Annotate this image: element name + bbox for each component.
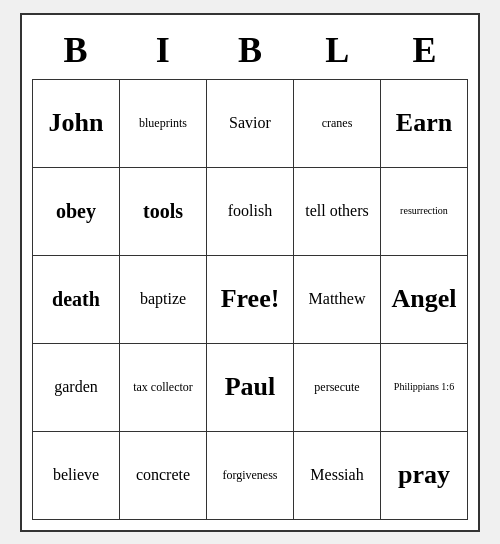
bingo-cell-3-2: Paul [207, 344, 294, 432]
cell-text-1-1: tools [143, 199, 183, 223]
header-letter-L-3: L [294, 25, 381, 75]
cell-text-0-2: Savior [229, 113, 271, 132]
bingo-cell-2-2: Free! [207, 256, 294, 344]
cell-text-4-4: pray [398, 459, 450, 490]
cell-text-2-4: Angel [392, 283, 457, 314]
bingo-cell-2-1: baptize [120, 256, 207, 344]
cell-text-3-0: garden [54, 377, 98, 396]
bingo-cell-3-1: tax collector [120, 344, 207, 432]
cell-text-2-0: death [52, 287, 100, 311]
bingo-cell-2-0: death [33, 256, 120, 344]
cell-text-0-4: Earn [396, 107, 452, 138]
cell-text-0-3: cranes [322, 116, 353, 130]
cell-text-3-3: persecute [314, 380, 359, 394]
bingo-cell-4-2: forgiveness [207, 432, 294, 520]
bingo-cell-1-1: tools [120, 168, 207, 256]
bingo-cell-1-0: obey [33, 168, 120, 256]
cell-text-0-0: John [49, 107, 104, 138]
bingo-cell-0-4: Earn [381, 80, 468, 168]
bingo-cell-0-0: John [33, 80, 120, 168]
bingo-cell-3-3: persecute [294, 344, 381, 432]
cell-text-1-2: foolish [228, 201, 272, 220]
bingo-cell-3-4: Philippians 1:6 [381, 344, 468, 432]
bingo-header: BIBLE [32, 25, 468, 75]
bingo-grid: JohnblueprintsSaviorcranesEarnobeytoolsf… [32, 79, 468, 520]
bingo-cell-0-1: blueprints [120, 80, 207, 168]
bingo-cell-4-4: pray [381, 432, 468, 520]
cell-text-4-1: concrete [136, 465, 190, 484]
cell-text-3-2: Paul [225, 371, 276, 402]
header-letter-E-4: E [381, 25, 468, 75]
cell-text-2-2: Free! [221, 283, 280, 314]
bingo-cell-2-4: Angel [381, 256, 468, 344]
bingo-card: BIBLE JohnblueprintsSaviorcranesEarnobey… [20, 13, 480, 532]
cell-text-4-0: believe [53, 465, 99, 484]
cell-text-2-1: baptize [140, 289, 186, 308]
cell-text-3-1: tax collector [133, 380, 193, 394]
cell-text-4-2: forgiveness [222, 468, 277, 482]
bingo-cell-0-3: cranes [294, 80, 381, 168]
bingo-cell-1-2: foolish [207, 168, 294, 256]
bingo-cell-4-3: Messiah [294, 432, 381, 520]
cell-text-2-3: Matthew [309, 289, 366, 308]
bingo-cell-4-0: believe [33, 432, 120, 520]
cell-text-4-3: Messiah [310, 465, 363, 484]
cell-text-1-0: obey [56, 199, 96, 223]
bingo-cell-1-4: resurrection [381, 168, 468, 256]
bingo-cell-4-1: concrete [120, 432, 207, 520]
cell-text-0-1: blueprints [139, 116, 187, 130]
header-letter-B-2: B [206, 25, 293, 75]
bingo-cell-1-3: tell others [294, 168, 381, 256]
bingo-cell-2-3: Matthew [294, 256, 381, 344]
cell-text-1-3: tell others [305, 201, 369, 220]
bingo-cell-0-2: Savior [207, 80, 294, 168]
cell-text-1-4: resurrection [400, 205, 448, 217]
bingo-cell-3-0: garden [33, 344, 120, 432]
cell-text-3-4: Philippians 1:6 [394, 381, 454, 393]
header-letter-B-0: B [32, 25, 119, 75]
header-letter-I-1: I [119, 25, 206, 75]
